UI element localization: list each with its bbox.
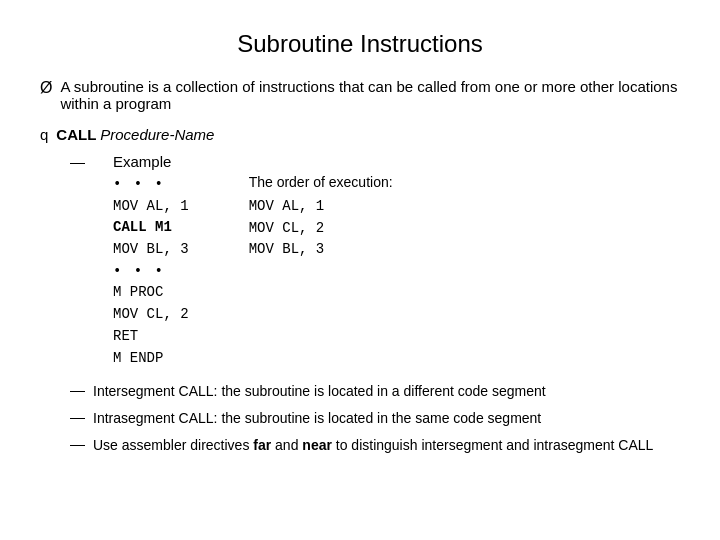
code-line6: RET xyxy=(113,326,189,348)
dash-2: — xyxy=(70,408,85,425)
example-title: Example xyxy=(113,153,393,170)
dash-3: — xyxy=(70,435,85,452)
code-line1: MOV AL, 1 xyxy=(113,196,189,218)
code-left: • • • MOV AL, 1 CALL M1 MOV BL, 3 • • • … xyxy=(113,174,189,369)
arrow-marker: Ø xyxy=(40,79,52,97)
order-line1: MOV AL, 1 xyxy=(249,196,393,218)
code-line5: MOV CL, 2 xyxy=(113,304,189,326)
assembler-text: Use assembler directives far and near to… xyxy=(93,435,653,456)
near-keyword: near xyxy=(302,437,332,453)
intrasegment-text: Intrasegment CALL: the subroutine is loc… xyxy=(93,408,541,429)
order-line2: MOV CL, 2 xyxy=(249,218,393,240)
order-line3: MOV BL, 3 xyxy=(249,239,393,261)
q-section: q CALL Procedure-Name xyxy=(40,126,680,143)
dash-item-assembler: — Use assembler directives far and near … xyxy=(70,435,680,456)
code-line4: M PROC xyxy=(113,282,189,304)
main-bullet: Ø A subroutine is a collection of instru… xyxy=(40,78,680,112)
dash-item-intrasegment: — Intrasegment CALL: the subroutine is l… xyxy=(70,408,680,429)
dash-item-intersegment: — Intersegment CALL: the subroutine is l… xyxy=(70,381,680,402)
dots-2: • • • xyxy=(113,261,189,283)
q-label: CALL Procedure-Name xyxy=(56,126,214,143)
dash-items-container: — Example • • • MOV AL, 1 CALL M1 MOV BL… xyxy=(70,153,680,456)
order-code: MOV AL, 1 MOV CL, 2 MOV BL, 3 xyxy=(249,196,393,261)
dots-1: • • • xyxy=(113,174,189,196)
call-keyword: CALL xyxy=(56,126,100,143)
main-bullet-text: A subroutine is a collection of instruct… xyxy=(60,78,680,112)
code-line2-bold: CALL M1 xyxy=(113,217,189,239)
far-keyword: far xyxy=(253,437,271,453)
procedure-name: Procedure-Name xyxy=(100,126,214,143)
code-line3: MOV BL, 3 xyxy=(113,239,189,261)
intersegment-text: Intersegment CALL: the subroutine is loc… xyxy=(93,381,546,402)
q-marker: q xyxy=(40,126,48,143)
order-title: The order of execution: xyxy=(249,174,393,190)
code-right: The order of execution: MOV AL, 1 MOV CL… xyxy=(249,174,393,369)
example-item: — Example • • • MOV AL, 1 CALL M1 MOV BL… xyxy=(70,153,680,375)
code-line7: M ENDP xyxy=(113,348,189,370)
example-dash: — xyxy=(70,153,85,170)
page-title: Subroutine Instructions xyxy=(40,30,680,58)
example-block: Example • • • MOV AL, 1 CALL M1 MOV BL, … xyxy=(113,153,393,369)
dash-1: — xyxy=(70,381,85,398)
code-area: • • • MOV AL, 1 CALL M1 MOV BL, 3 • • • … xyxy=(113,174,393,369)
